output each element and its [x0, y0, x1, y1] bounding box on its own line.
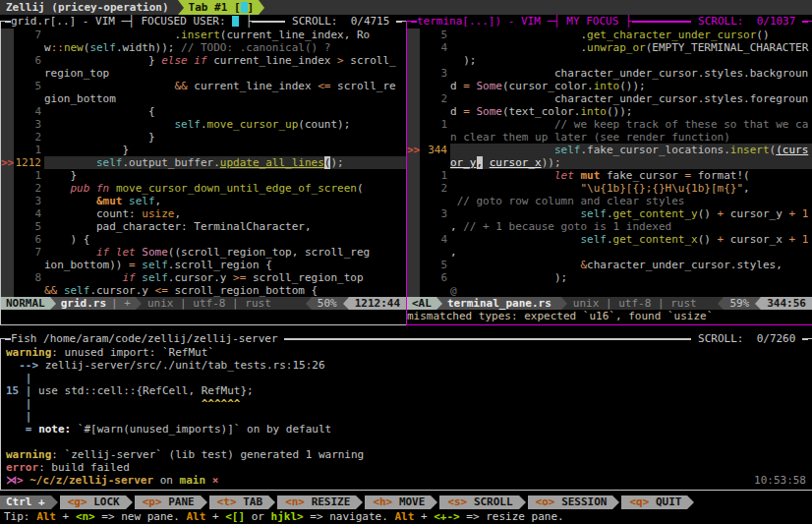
pane-title-fish: Fish /home/aram/code/zellij/zellij-serve…: [5, 332, 808, 345]
code-text: region_top: [44, 67, 406, 80]
pane-title-text-end: ├: [239, 15, 252, 28]
keybind-resize[interactable]: <n> RESIZE: [277, 495, 356, 509]
token-d: [450, 233, 580, 246]
terminal-row: 2 pub fn move_cursor_down_until_edge_of_…: [1, 182, 406, 195]
terminal-row: [1, 436, 812, 448]
keybind-label: MOVE: [399, 495, 426, 508]
keybind-scroll[interactable]: <s> SCROLL: [439, 495, 518, 509]
token-d: }: [44, 131, 155, 144]
terminal-row: 4 .unwrap_or(EMPTY_TERMINAL_CHARACTER: [407, 41, 812, 54]
keybind-quit[interactable]: <q> QUIT: [621, 495, 687, 509]
line-number: 2: [14, 182, 44, 195]
separator-arrow-icon: [126, 495, 133, 509]
line-number: 5: [14, 80, 44, 92]
keybind-label: RESIZE: [312, 495, 351, 508]
token-d: ,: [174, 207, 181, 220]
keybind-key: <t>: [217, 495, 244, 508]
token-d: (EMPTY_TERMINAL_CHARACTER: [646, 41, 809, 54]
code-text: self.get_content_y() + cursor_y + 1: [450, 207, 812, 220]
line-number: 8: [14, 271, 44, 284]
token-d: cursor_x: [724, 233, 788, 246]
terminal-row: 3 &mut self,: [1, 195, 406, 207]
code-text: gion_bottom: [44, 92, 406, 105]
terminal-row: // goto row column and clear styles: [407, 195, 812, 207]
token-op: >=: [233, 271, 246, 284]
token-d: [450, 207, 580, 220]
token-cm: // + 1 because goto is 1 indexed: [463, 220, 671, 233]
token-d: [470, 105, 477, 118]
token-d: ());: [619, 80, 646, 92]
keybind-move[interactable]: <h> MOVE: [365, 495, 431, 509]
gutter-sign: [407, 220, 420, 233]
vim-statusline-right: <AL terminal_pane.rs unix | utf-8 | rust…: [407, 297, 812, 310]
code-text: ion_bottom)) = self.scroll_region {: [44, 259, 406, 271]
separator-arrow-icon: [431, 495, 437, 509]
token-d: w: [44, 41, 51, 54]
token-d: (): [756, 29, 769, 41]
terminal-row: d = Some(text_color.into());: [407, 105, 812, 118]
keybind-key: <n>: [285, 495, 312, 508]
token-d: .fake_cursor_locations.: [580, 144, 729, 156]
token-bl: |: [6, 410, 32, 423]
token-d: (): [698, 233, 718, 246]
code-text: , // + 1 because goto is 1 indexed: [450, 220, 812, 233]
statusline-filename: grid.rs: [56, 297, 111, 310]
token-d: on: [153, 474, 180, 487]
code-text: } else if current_line_index > scroll_: [44, 54, 406, 67]
keybind-label: QUIT: [656, 495, 682, 508]
tab-1[interactable]: Tab #1 []: [184, 0, 260, 15]
token-d: );: [330, 156, 343, 169]
terminal-row: 5 .get_character_under_cursor(): [407, 29, 812, 41]
gutter-sign: >>: [1, 156, 14, 169]
statusline-fileinfo: unix | utf-8 | rust: [142, 297, 306, 310]
token-d: }: [44, 169, 77, 182]
terminal-row: region_top: [1, 67, 406, 80]
gutter-sign: [407, 92, 420, 105]
token-d: [470, 80, 477, 92]
keybind-pane[interactable]: <p> PANE: [135, 495, 201, 509]
code-text: .unwrap_or(EMPTY_TERMINAL_CHARACTER: [450, 41, 812, 54]
line-number: [420, 246, 450, 259]
token-d: d: [450, 80, 463, 92]
pane-fish-shell[interactable]: Fish /home/aram/code/zellij/zellij-serve…: [0, 338, 812, 491]
statusline-position: 1212:44: [349, 297, 406, 310]
pane-grid-rs[interactable]: grid.r[..] - VIM ─┤ FOCUSED USER: ├ SCRO…: [0, 21, 407, 325]
gutter-sign: [407, 29, 420, 41]
clock: 10:53:58: [754, 474, 806, 487]
token-sf: self: [129, 195, 155, 207]
keybind-tab[interactable]: <t> TAB: [209, 495, 268, 509]
terminal-row: && self.cursor.y <= scroll_region_bottom…: [1, 284, 406, 297]
terminal-row: 7 .insert(current_line_index, Ro: [1, 29, 406, 41]
terminal-row: |: [1, 372, 812, 384]
token-fn: get_character_under_cursor: [587, 29, 756, 41]
token-d: or: [245, 510, 271, 523]
token-bl: 15 |: [6, 384, 32, 397]
pane-terminal-pane-rs[interactable]: termina[...]) - VIM ─┤ MY FOCUS ├ SCROLL…: [406, 21, 812, 325]
line-number: [14, 284, 44, 297]
gutter-sign: [1, 144, 14, 156]
scroll-indicator: SCROLL: 0/4715: [285, 15, 396, 28]
keybind-lock[interactable]: <g> LOCK: [60, 495, 126, 509]
keybind-session[interactable]: <o> SESSION: [528, 495, 613, 509]
line-number: [420, 105, 450, 118]
token-d: ,: [743, 182, 750, 195]
gutter-sign: [1, 118, 14, 131]
token-d: (): [698, 207, 718, 220]
gutter-sign: [1, 246, 14, 259]
token-sf: self: [554, 144, 581, 156]
token-op: >: [337, 54, 344, 67]
terminal-row: d = Some(cursor_color.into());: [407, 80, 812, 92]
token-d: scroll_region_top: [246, 271, 363, 284]
gutter-sign: [407, 80, 420, 92]
gutter-sign: [407, 41, 420, 54]
title-line: [5, 332, 11, 345]
gutter-sign: [407, 131, 420, 144]
terminal-row: 5 pad_character: TerminalCharacter,: [1, 220, 406, 233]
token-fn: get_content_y: [613, 207, 698, 220]
gutter-sign: [1, 131, 14, 144]
session-name: Zellij (pricey-operation): [0, 0, 178, 15]
token-d: }: [44, 54, 161, 67]
token-d: [795, 207, 802, 220]
terminal-row: >>344 self.fake_cursor_locations.insert(…: [407, 144, 812, 156]
token-d: .: [450, 29, 587, 41]
